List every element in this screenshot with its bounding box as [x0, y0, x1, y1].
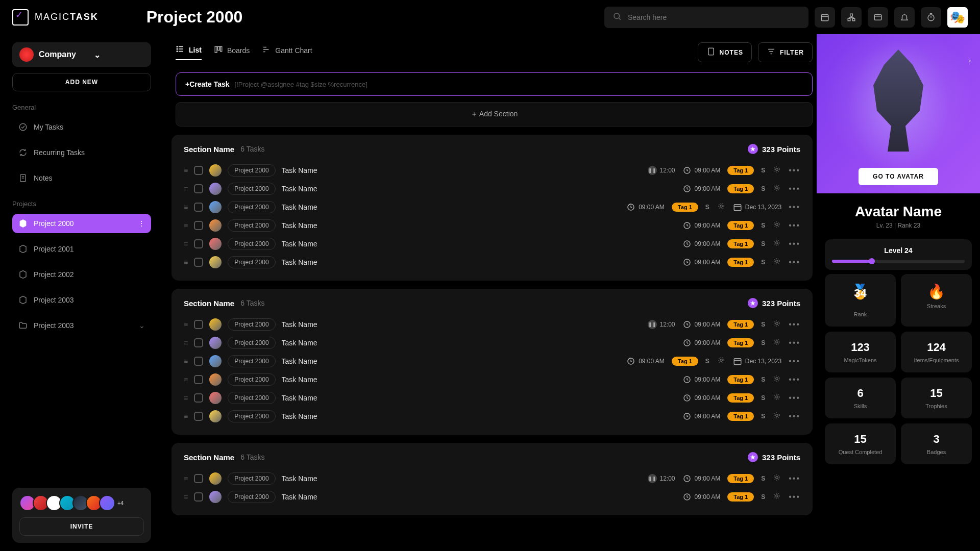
- search-input[interactable]: [628, 13, 800, 21]
- ai-icon[interactable]: [772, 257, 781, 268]
- task-more-button[interactable]: •••: [789, 221, 800, 230]
- task-tag[interactable]: Tag 1: [727, 393, 754, 403]
- task-checkbox[interactable]: [194, 184, 203, 193]
- drag-handle[interactable]: ≡: [184, 493, 188, 501]
- assignee-avatar[interactable]: [209, 355, 222, 367]
- assignee-avatar[interactable]: [209, 491, 222, 503]
- assignee-avatar[interactable]: [209, 373, 222, 386]
- assignee-avatar[interactable]: [209, 183, 222, 195]
- task-tag[interactable]: Tag 1: [727, 258, 754, 267]
- project-chip[interactable]: Project 2000: [228, 373, 275, 386]
- task-name[interactable]: Task Name: [282, 320, 317, 329]
- ai-icon[interactable]: [717, 202, 726, 213]
- drag-handle[interactable]: ≡: [184, 339, 188, 347]
- stat-tokens[interactable]: 123 MagicTokens: [825, 332, 896, 372]
- task-more-button[interactable]: •••: [789, 393, 800, 403]
- task-more-button[interactable]: •••: [789, 203, 800, 212]
- task-name[interactable]: Task Name: [282, 493, 317, 501]
- task-checkbox[interactable]: [194, 320, 203, 329]
- stat-trophies[interactable]: 15 Trophies: [901, 378, 972, 418]
- assignee-avatar[interactable]: [209, 410, 222, 422]
- drag-handle[interactable]: ≡: [184, 185, 188, 193]
- task-name[interactable]: Task Name: [282, 412, 317, 420]
- task-checkbox[interactable]: [194, 412, 203, 421]
- ai-icon[interactable]: [772, 165, 781, 176]
- tab-gantt[interactable]: Gantt Chart: [262, 45, 312, 60]
- task-name[interactable]: Task Name: [282, 258, 317, 266]
- more-icon[interactable]: ⋮: [138, 219, 145, 228]
- assignee-avatar[interactable]: [209, 219, 222, 232]
- task-more-button[interactable]: •••: [789, 474, 800, 483]
- ai-icon[interactable]: [772, 220, 781, 231]
- drag-handle[interactable]: ≡: [184, 258, 188, 266]
- tab-boards[interactable]: Boards: [214, 45, 250, 60]
- add-new-button[interactable]: ADD NEW: [12, 73, 151, 91]
- stat-quests[interactable]: 15 Quest Completed: [825, 423, 896, 464]
- task-checkbox[interactable]: [194, 239, 203, 248]
- stat-items[interactable]: 124 Items/Equipments: [901, 332, 972, 372]
- task-checkbox[interactable]: [194, 393, 203, 403]
- task-tag[interactable]: Tag 1: [727, 375, 754, 384]
- project-chip[interactable]: Project 2000: [228, 164, 275, 177]
- ai-icon[interactable]: [772, 491, 781, 503]
- ai-icon[interactable]: [772, 337, 781, 348]
- task-checkbox[interactable]: [194, 375, 203, 384]
- drag-handle[interactable]: ≡: [184, 394, 188, 402]
- task-tag[interactable]: Tag 1: [727, 239, 754, 248]
- task-name[interactable]: Task Name: [282, 240, 317, 248]
- drag-handle[interactable]: ≡: [184, 375, 188, 384]
- ai-icon[interactable]: [772, 473, 781, 484]
- task-name[interactable]: Task Name: [282, 357, 317, 365]
- ai-icon[interactable]: [772, 411, 781, 422]
- drag-handle[interactable]: ≡: [184, 203, 188, 211]
- stat-badges[interactable]: 3 Badges: [901, 423, 972, 464]
- ai-icon[interactable]: [772, 374, 781, 385]
- task-name[interactable]: Task Name: [282, 394, 317, 402]
- assignee-avatar[interactable]: [209, 256, 222, 268]
- notes-button[interactable]: NOTES: [698, 42, 752, 62]
- task-tag[interactable]: Tag 1: [727, 320, 754, 329]
- stat-skills[interactable]: 6 Skills: [825, 378, 896, 418]
- task-name[interactable]: Task Name: [282, 339, 317, 347]
- sidebar-item-project-2003-folder[interactable]: Project 2003 ⌄: [12, 316, 151, 335]
- section-name[interactable]: Section Name: [184, 145, 234, 154]
- bell-button[interactable]: [894, 7, 915, 28]
- drag-handle[interactable]: ≡: [184, 474, 188, 483]
- task-checkbox[interactable]: [194, 258, 203, 267]
- sidebar-item-my-tasks[interactable]: My Tasks: [12, 117, 151, 137]
- hierarchy-button[interactable]: [841, 7, 862, 28]
- task-more-button[interactable]: •••: [789, 412, 800, 421]
- project-chip[interactable]: Project 2000: [228, 410, 275, 422]
- task-checkbox[interactable]: [194, 357, 203, 366]
- task-tag[interactable]: Tag 1: [727, 166, 754, 175]
- project-chip[interactable]: Project 2000: [228, 256, 275, 268]
- create-task-input[interactable]: +Create Task [!Project @assignee #tag $s…: [176, 72, 813, 96]
- tab-list[interactable]: List: [176, 44, 202, 60]
- task-more-button[interactable]: •••: [789, 338, 800, 347]
- task-tag[interactable]: Tag 1: [727, 492, 754, 502]
- drag-handle[interactable]: ≡: [184, 412, 188, 420]
- task-name[interactable]: Task Name: [282, 474, 317, 483]
- user-avatar[interactable]: 🎭: [947, 7, 968, 28]
- sidebar-item-project-2000[interactable]: Project 2000 ⋮: [12, 214, 151, 233]
- task-name[interactable]: Task Name: [282, 375, 317, 384]
- drag-handle[interactable]: ≡: [184, 166, 188, 174]
- task-name[interactable]: Task Name: [282, 185, 317, 193]
- sidebar-item-recurring[interactable]: Recurring Tasks: [12, 143, 151, 162]
- task-tag[interactable]: Tag 1: [672, 357, 698, 366]
- add-section-button[interactable]: ＋ Add Section: [176, 102, 813, 127]
- task-checkbox[interactable]: [194, 203, 203, 212]
- ai-icon[interactable]: [772, 238, 781, 249]
- timer-button[interactable]: [921, 7, 941, 28]
- ai-icon[interactable]: [717, 356, 726, 367]
- drag-handle[interactable]: ≡: [184, 357, 188, 365]
- project-chip[interactable]: Project 2000: [228, 491, 275, 503]
- task-name[interactable]: Task Name: [282, 221, 317, 230]
- task-more-button[interactable]: •••: [789, 357, 800, 366]
- assignee-avatar[interactable]: [209, 201, 222, 213]
- drag-handle[interactable]: ≡: [184, 221, 188, 230]
- drag-handle[interactable]: ≡: [184, 320, 188, 329]
- task-tag[interactable]: Tag 1: [672, 203, 698, 212]
- ai-icon[interactable]: [772, 392, 781, 404]
- task-more-button[interactable]: •••: [789, 375, 800, 384]
